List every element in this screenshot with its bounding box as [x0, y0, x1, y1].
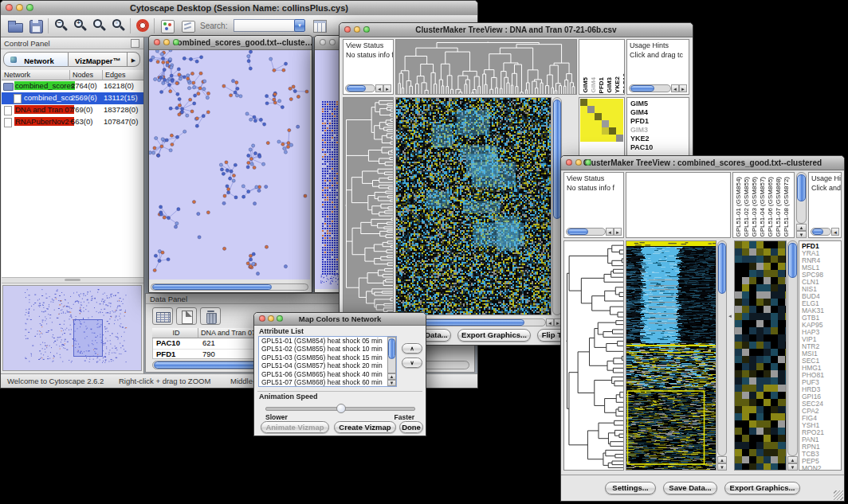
column-dendrogram-panel[interactable] [626, 172, 731, 238]
scroll-down-icon[interactable]: ▼ [717, 463, 727, 471]
column-label[interactable]: GIM5 [582, 77, 589, 93]
row-dendrogram-panel[interactable] [563, 240, 624, 471]
scroll-up-icon[interactable]: ▲ [796, 224, 807, 231]
network-canvas[interactable] [149, 50, 310, 279]
close-icon[interactable] [259, 315, 265, 322]
export-graphics-button[interactable]: Export Graphics... [457, 329, 531, 342]
scroll-left-icon[interactable]: ◄ [831, 228, 839, 236]
network-hscrollbar[interactable] [151, 283, 308, 291]
zoom-window-icon[interactable] [585, 159, 591, 166]
array-column-label[interactable]: GPL51-08 (GSM872) [783, 177, 790, 237]
gene-row-label[interactable]: PAC10 [630, 143, 689, 152]
attribute-item[interactable]: GPL51-03 (GSM856) heat shock 15 min [259, 354, 387, 361]
scroll-down-icon[interactable]: ▼ [787, 463, 798, 471]
scroll-left-icon[interactable]: ◄ [606, 228, 614, 236]
float-panel-icon[interactable] [131, 39, 139, 48]
done-button[interactable]: Done [399, 421, 423, 433]
network-view-titlebar[interactable]: combined_scores_good.txt--cluste… [149, 36, 312, 50]
minimize-icon[interactable] [268, 315, 274, 322]
scroll-right-icon[interactable]: ► [614, 228, 622, 236]
zoom-heatmap-panel[interactable] [734, 240, 787, 471]
main-titlebar[interactable]: Cytoscape Desktop (Session Name: collins… [1, 1, 477, 16]
attribute-list-vscrollbar[interactable]: ▲ ▼ [387, 337, 396, 386]
gene-row-label[interactable]: YKE2 [630, 135, 689, 143]
attribute-item[interactable]: GPL51-06 (GSM865) heat shock 40 min [259, 370, 387, 378]
table-row[interactable]: RNAPuberNov2+ 563(0) 107847(0) [2, 116, 143, 128]
table-row-selected[interactable]: combined_sco 2569(6) 13112(15) [2, 92, 143, 104]
usage-hints-hscrollbar[interactable]: ◄ ► [629, 84, 687, 92]
gene-row-label[interactable]: GIM3 [630, 126, 689, 135]
zoom-selected-icon[interactable] [92, 18, 108, 33]
usage-hints-hscrollbar[interactable]: ◄ [811, 228, 839, 236]
animation-speed-slider[interactable] [265, 407, 415, 411]
global-vscrollbar[interactable]: ▲ ▼ [717, 240, 727, 471]
network-overview-canvas[interactable] [3, 286, 141, 370]
scroll-left-icon[interactable]: ◄ [375, 84, 383, 92]
zoom-window-icon[interactable] [173, 39, 179, 45]
scroll-up-icon[interactable]: ▲ [717, 456, 727, 463]
gene-row-label[interactable]: GIM5 [630, 100, 689, 108]
export-graphics-button[interactable]: Export Graphics... [724, 482, 800, 494]
table-row[interactable]: DNA and Tran 07 769(0) 183728(0) [2, 104, 143, 116]
slider-thumb[interactable] [336, 404, 346, 413]
new-attribute-icon[interactable] [176, 307, 197, 325]
zoom-heatmap-canvas[interactable] [735, 241, 786, 470]
row-dendrogram-canvas[interactable] [344, 98, 393, 315]
tab-vizmapper[interactable]: VizMapper™ [69, 52, 128, 67]
scroll-right-icon[interactable]: ► [679, 84, 687, 92]
scroll-down-icon[interactable]: ▼ [796, 231, 807, 238]
attribute-item[interactable]: GPL51-01 (GSM854) heat shock 05 min [259, 337, 387, 345]
column-label[interactable]: GIM3 [606, 77, 613, 93]
move-up-button[interactable]: ∧ [402, 343, 422, 354]
scroll-up-icon[interactable]: ▲ [387, 373, 396, 380]
column-label[interactable]: PFD1 [598, 77, 605, 93]
zoom-fit-icon[interactable]: ▫ [111, 18, 127, 33]
delete-attribute-trash-icon[interactable] [200, 307, 221, 325]
vizmapper-nodes-icon[interactable] [159, 18, 175, 33]
table-import-icon[interactable] [312, 18, 328, 33]
close-icon[interactable] [6, 4, 13, 11]
close-icon[interactable] [320, 39, 326, 45]
minimize-icon[interactable] [575, 159, 582, 166]
row-dendrogram-panel[interactable] [343, 97, 394, 315]
settings-button[interactable]: Settings... [605, 482, 656, 494]
dialog-titlebar[interactable]: Map Colors to Network [254, 313, 426, 326]
create-vizmap-button[interactable]: Create Vizmap [334, 421, 396, 433]
minimize-icon[interactable] [354, 26, 360, 33]
help-lifering-icon[interactable] [135, 18, 151, 33]
gene-row-label[interactable]: MON2 [802, 465, 841, 471]
splitter-handle[interactable] [2, 277, 143, 283]
open-file-icon[interactable] [7, 18, 23, 33]
heatmap-canvas[interactable] [396, 98, 551, 315]
attribute-item[interactable]: GPL51-02 (GSM855) heat shock 10 min [259, 345, 387, 353]
resize-grip[interactable] [834, 490, 843, 500]
column-label[interactable]: YKE2 [614, 76, 621, 93]
close-icon[interactable] [344, 26, 351, 33]
minimize-icon[interactable] [16, 4, 23, 11]
scroll-down-icon[interactable]: ▼ [387, 380, 396, 386]
network-canvas[interactable] [315, 50, 342, 289]
scroll-right-icon[interactable]: ► [383, 84, 391, 92]
summary-heatmap-canvas[interactable] [580, 99, 623, 142]
row-dendrogram-canvas[interactable] [564, 241, 623, 470]
array-column-label[interactable]: GPL51-02 (GSM855) [743, 177, 750, 237]
zoom-out-icon[interactable]: − [53, 18, 69, 33]
table-row[interactable]: combined_scores 2764(0) 16218(0) [2, 80, 143, 92]
zoom-window-icon[interactable] [26, 4, 33, 11]
animate-vizmap-button[interactable]: Animate Vizmap [261, 421, 329, 433]
column-labels-vscrollbar[interactable]: ▲ ▼ [796, 172, 807, 238]
select-attributes-icon[interactable] [152, 307, 173, 325]
gene-row-label[interactable]: GIM4 [630, 108, 689, 117]
save-data-button[interactable]: Save Data... [663, 482, 717, 494]
column-label[interactable]: PAC10 [622, 73, 625, 93]
save-icon[interactable] [28, 18, 44, 33]
scroll-left-icon[interactable]: ◄ [546, 318, 554, 326]
close-icon[interactable] [154, 39, 160, 45]
close-icon[interactable] [566, 159, 572, 166]
global-heatmap-canvas[interactable] [626, 241, 716, 470]
annotation-icon[interactable] [180, 18, 196, 33]
scroll-up-icon[interactable]: ▲ [787, 456, 798, 463]
global-heatmap-panel[interactable] [626, 240, 716, 471]
zoom-window-icon[interactable] [363, 26, 370, 33]
search-input[interactable] [234, 19, 296, 32]
